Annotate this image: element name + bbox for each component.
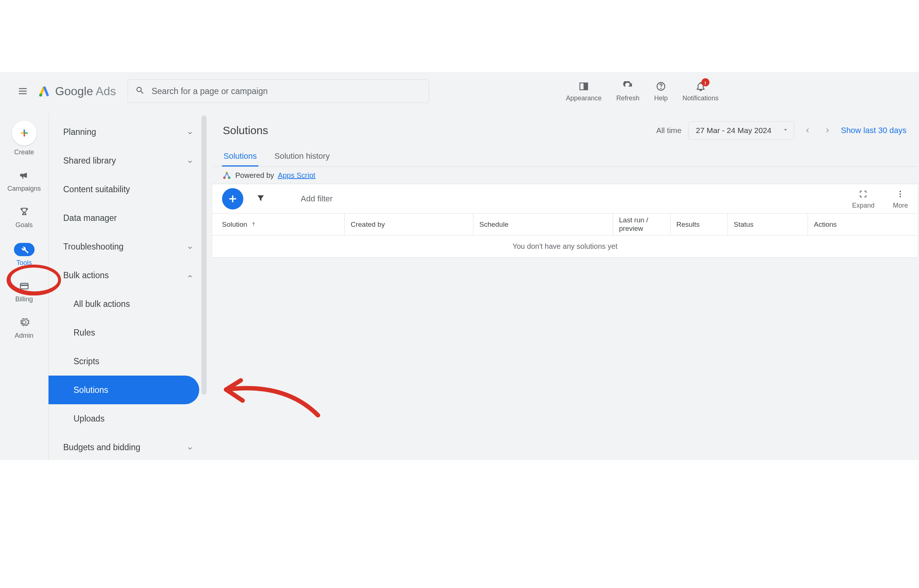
add-filter-button[interactable]: Add filter bbox=[301, 194, 333, 204]
svg-point-4 bbox=[661, 88, 661, 89]
refresh-label: Refresh bbox=[617, 94, 640, 102]
sidebar-bulk-actions[interactable]: Bulk actions bbox=[48, 261, 203, 289]
apps-script-link[interactable]: Apps Script bbox=[278, 171, 315, 180]
sidebar-bulk-actions-label: Bulk actions bbox=[63, 270, 109, 280]
col-status[interactable]: Status bbox=[728, 213, 808, 235]
tab-solution-history[interactable]: Solution history bbox=[273, 147, 331, 166]
refresh-button[interactable]: Refresh bbox=[617, 81, 640, 102]
sidebar-content-suitability[interactable]: Content suitability bbox=[48, 175, 203, 204]
chevron-down-icon bbox=[187, 243, 193, 250]
sidebar-rules[interactable]: Rules bbox=[48, 318, 203, 347]
svg-point-14 bbox=[900, 196, 901, 197]
hamburger-menu-icon[interactable] bbox=[18, 86, 28, 96]
svg-rect-6 bbox=[20, 285, 28, 286]
top-actions: Appearance Refresh Help ! Notifications bbox=[566, 81, 718, 102]
more-button[interactable]: More bbox=[893, 188, 908, 210]
help-label: Help bbox=[654, 94, 668, 102]
scrollbar-thumb[interactable] bbox=[202, 115, 207, 395]
sidebar-rules-label: Rules bbox=[74, 328, 95, 338]
date-prev-button[interactable] bbox=[801, 124, 814, 137]
chevron-down-icon bbox=[187, 444, 193, 451]
left-rail: Create Campaigns Goals Tools Billing Adm… bbox=[0, 114, 48, 460]
sidebar-scripts[interactable]: Scripts bbox=[48, 347, 203, 376]
rail-goals[interactable]: Goals bbox=[15, 207, 33, 229]
rail-tools-label: Tools bbox=[16, 259, 32, 267]
card-icon bbox=[19, 281, 29, 292]
col-solution[interactable]: Solution bbox=[212, 213, 345, 235]
powered-by-text: Powered by bbox=[235, 171, 274, 180]
rail-admin-label: Admin bbox=[15, 332, 34, 339]
sidebar-scripts-label: Scripts bbox=[74, 357, 99, 367]
sidebar-all-bulk-actions[interactable]: All bulk actions bbox=[48, 289, 203, 318]
search-input[interactable] bbox=[152, 86, 421, 96]
apps-script-icon bbox=[222, 171, 232, 180]
sidebar-data-manager[interactable]: Data manager bbox=[48, 204, 203, 232]
more-vert-icon bbox=[896, 190, 904, 200]
toolbar: Add filter Expand More bbox=[212, 184, 917, 213]
svg-point-0 bbox=[39, 94, 42, 97]
sidebar-planning[interactable]: Planning bbox=[48, 118, 203, 146]
sidebar-budgets-bidding[interactable]: Budgets and bidding bbox=[48, 433, 203, 460]
help-button[interactable]: Help bbox=[654, 81, 668, 102]
col-created-by[interactable]: Created by bbox=[345, 213, 473, 235]
search-box[interactable] bbox=[128, 79, 429, 103]
show-last-30-days-link[interactable]: Show last 30 days bbox=[841, 126, 906, 135]
expand-button[interactable]: Expand bbox=[852, 188, 875, 210]
logo-text: Google Ads bbox=[55, 84, 116, 98]
appearance-button[interactable]: Appearance bbox=[566, 81, 601, 102]
sidebar-solutions[interactable]: Solutions bbox=[48, 376, 199, 404]
rail-create[interactable]: Create bbox=[12, 121, 37, 156]
col-schedule[interactable]: Schedule bbox=[473, 213, 613, 235]
sidebar-content-suitability-label: Content suitability bbox=[63, 184, 130, 194]
tab-solutions[interactable]: Solutions bbox=[222, 147, 258, 166]
sort-asc-icon bbox=[251, 221, 256, 229]
date-range-picker[interactable]: 27 Mar - 24 May 2024 bbox=[688, 121, 795, 140]
add-solution-button[interactable] bbox=[222, 188, 243, 210]
notification-badge: ! bbox=[701, 78, 709, 86]
header: Google Ads Appearance Refresh Help ! bbox=[0, 72, 919, 110]
sidebar-budgets-bidding-label: Budgets and bidding bbox=[63, 443, 141, 452]
expand-icon bbox=[859, 190, 867, 200]
date-next-button[interactable] bbox=[821, 124, 834, 137]
col-actions[interactable]: Actions bbox=[808, 213, 917, 235]
col-last-run[interactable]: Last run / preview bbox=[613, 213, 670, 235]
trophy-icon bbox=[19, 207, 29, 218]
notifications-icon: ! bbox=[696, 81, 706, 92]
tools-icon bbox=[14, 243, 35, 256]
chevron-down-icon bbox=[187, 129, 193, 135]
col-solution-label: Solution bbox=[222, 221, 247, 229]
logo[interactable]: Google Ads bbox=[38, 84, 116, 98]
sidebar-shared-library-label: Shared library bbox=[63, 156, 116, 166]
col-results[interactable]: Results bbox=[670, 213, 728, 235]
empty-state: You don't have any solutions yet bbox=[212, 236, 917, 258]
sidebar-solutions-label: Solutions bbox=[74, 385, 108, 395]
filter-icon[interactable] bbox=[256, 193, 265, 204]
help-icon bbox=[656, 81, 666, 92]
rail-campaigns-label: Campaigns bbox=[7, 185, 41, 192]
gear-icon bbox=[19, 317, 29, 329]
powered-by: Powered by Apps Script bbox=[212, 167, 917, 184]
search-icon bbox=[135, 86, 145, 97]
svg-point-12 bbox=[900, 191, 901, 192]
rail-billing[interactable]: Billing bbox=[15, 281, 33, 303]
rail-campaigns[interactable]: Campaigns bbox=[7, 170, 41, 192]
expand-label: Expand bbox=[852, 202, 875, 210]
notifications-label: Notifications bbox=[683, 94, 719, 102]
svg-rect-2 bbox=[584, 83, 588, 90]
rail-tools[interactable]: Tools bbox=[14, 243, 35, 267]
rail-create-label: Create bbox=[14, 149, 34, 156]
notifications-button[interactable]: ! Notifications bbox=[683, 81, 719, 102]
sidebar-troubleshooting[interactable]: Troubleshooting bbox=[48, 232, 203, 261]
page-title: Solutions bbox=[223, 124, 268, 137]
rail-admin[interactable]: Admin bbox=[15, 317, 34, 339]
plus-icon bbox=[12, 121, 37, 145]
svg-rect-5 bbox=[20, 283, 28, 289]
date-range-value: 27 Mar - 24 May 2024 bbox=[696, 126, 771, 135]
tabs: Solutions Solution history bbox=[212, 144, 917, 167]
sidebar-uploads[interactable]: Uploads bbox=[48, 404, 203, 433]
appearance-icon bbox=[578, 81, 589, 92]
sidebar-planning-label: Planning bbox=[63, 127, 96, 137]
chevron-up-icon bbox=[187, 272, 193, 279]
sidebar-uploads-label: Uploads bbox=[74, 414, 104, 424]
sidebar-shared-library[interactable]: Shared library bbox=[48, 146, 203, 175]
